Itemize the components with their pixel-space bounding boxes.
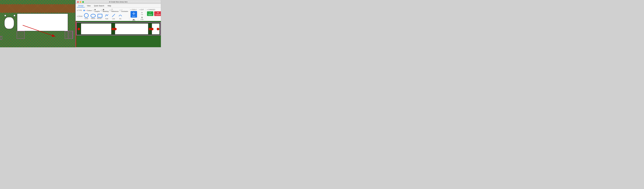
panel-divider bbox=[75, 0, 76, 47]
type-row: TYPE ✂ Cutout ◉ Graphic ▦ Masking ☐ Refe… bbox=[77, 9, 128, 12]
ellipse-icon bbox=[90, 14, 96, 18]
pink-selection-1 bbox=[17, 31, 24, 39]
svg-line-2 bbox=[112, 14, 115, 17]
tools-header: TOOLS bbox=[130, 9, 137, 10]
line-icon bbox=[111, 13, 116, 18]
maximize-button[interactable] bbox=[82, 1, 84, 3]
path-icon bbox=[104, 13, 109, 18]
draw-tool-circle[interactable]: Circle bbox=[83, 13, 89, 20]
tool-move[interactable]: Move bbox=[130, 11, 137, 18]
draw-label: DRAW bbox=[77, 15, 82, 17]
changes-header: CHANGES bbox=[147, 9, 161, 10]
pad-1 bbox=[78, 28, 80, 30]
connector-slot-2 bbox=[115, 24, 148, 34]
move-label: Move bbox=[132, 16, 135, 17]
brown-stripe bbox=[0, 4, 75, 13]
draw-row: DRAW Circle Ellipse Rectan... bbox=[77, 13, 128, 20]
cut-icon: ✂ bbox=[141, 12, 143, 14]
minimize-button[interactable] bbox=[80, 1, 81, 3]
white-rect-area bbox=[17, 14, 68, 31]
circle-icon bbox=[84, 13, 88, 18]
arc-icon bbox=[118, 13, 123, 18]
copy-icon: ⧉ bbox=[141, 16, 143, 19]
rectangle-icon bbox=[98, 14, 102, 18]
app-window: ⊕ Create New Library Item Design View Qu… bbox=[76, 0, 161, 47]
menu-item-view[interactable]: View bbox=[86, 4, 92, 7]
close-button[interactable] bbox=[77, 1, 79, 3]
draw-tool-ellipse[interactable]: Ellipse bbox=[90, 14, 96, 19]
edit-header: EDIT bbox=[140, 9, 144, 10]
edge-indicator-line bbox=[76, 21, 76, 47]
changes-panel: CHANGES ✔ Save ✖ Cancel bbox=[146, 8, 161, 16]
menu-item-help[interactable]: Help bbox=[106, 4, 112, 7]
path-label: Path bbox=[105, 18, 108, 20]
type-label: TYPE bbox=[77, 10, 82, 12]
pcb-left-panel bbox=[0, 0, 75, 47]
edit-cut[interactable]: ✂ Cut bbox=[140, 11, 144, 16]
pcb-board-view bbox=[76, 21, 161, 47]
rectangle-label: Rectan... bbox=[97, 18, 103, 19]
line-label: Line bbox=[112, 18, 115, 20]
edge-arrow bbox=[76, 44, 76, 45]
ellipse-label: Ellipse bbox=[91, 18, 95, 19]
type-option-cutout[interactable]: ✂ Cutout bbox=[83, 10, 92, 11]
window-title: ⊕ Create New Library Item bbox=[109, 1, 128, 3]
type-option-reference[interactable]: ☐ Reference bbox=[110, 9, 118, 12]
board-outline bbox=[76, 22, 160, 35]
move-icon bbox=[132, 12, 136, 16]
type-option-masking[interactable]: ▦ Masking bbox=[101, 9, 108, 12]
pink-selection-4 bbox=[0, 36, 2, 40]
type-option-graphic[interactable]: ◉ Graphic bbox=[92, 9, 100, 12]
draw-tool-arc[interactable]: Arc bbox=[117, 13, 123, 20]
menu-bar: Design View Quick Search Help bbox=[76, 4, 161, 8]
draw-tool-line[interactable]: Line bbox=[110, 13, 116, 20]
pin-circle-2 bbox=[14, 14, 16, 16]
type-option-exclusion[interactable]: ○ Exclusion bbox=[120, 9, 128, 12]
cut-label: Cut bbox=[141, 14, 143, 15]
save-button[interactable]: ✔ Save bbox=[147, 11, 153, 16]
circle-label: Circle bbox=[84, 18, 88, 20]
cancel-button[interactable]: ✖ Cancel bbox=[154, 11, 161, 16]
save-cancel-row: ✔ Save ✖ Cancel bbox=[147, 11, 161, 16]
pin-circle-1 bbox=[4, 14, 6, 16]
traffic-lights bbox=[77, 1, 84, 3]
pink-selection-3 bbox=[68, 31, 73, 39]
circle-cutout bbox=[4, 17, 14, 29]
edit-copy[interactable]: ⧉ Copy bbox=[140, 16, 144, 20]
arc-label: Arc bbox=[119, 18, 122, 20]
type-draw-panel: TYPE ✂ Cutout ◉ Graphic ▦ Masking ☐ Refe… bbox=[76, 8, 129, 20]
pad-3 bbox=[114, 28, 117, 30]
pad-6 bbox=[157, 28, 159, 30]
connector-slot-1 bbox=[81, 24, 112, 34]
pad-5 bbox=[151, 28, 154, 30]
title-bar: ⊕ Create New Library Item bbox=[76, 0, 161, 4]
menu-item-design[interactable]: Design bbox=[77, 4, 85, 7]
copy-label: Copy bbox=[140, 19, 144, 20]
pad-2 bbox=[112, 28, 114, 30]
menu-item-quick-search[interactable]: Quick Search bbox=[92, 4, 106, 7]
draw-tool-path[interactable]: Path bbox=[104, 13, 110, 20]
draw-tool-rectangle[interactable]: Rectan... bbox=[97, 14, 103, 19]
